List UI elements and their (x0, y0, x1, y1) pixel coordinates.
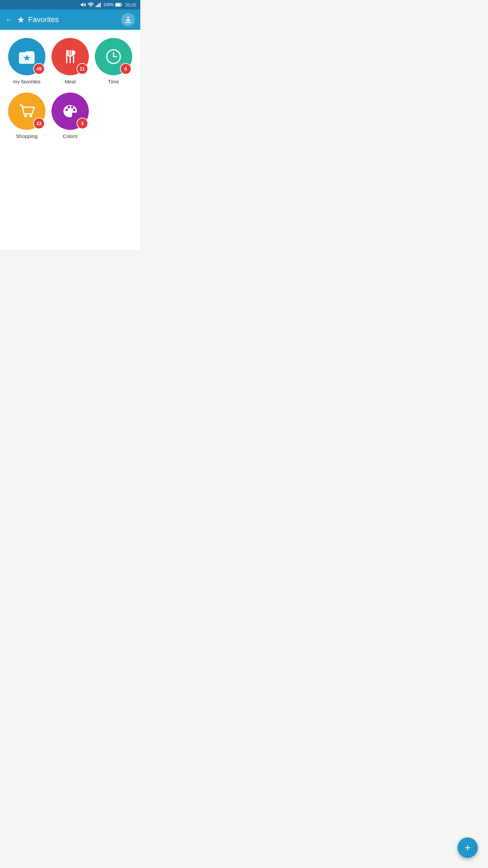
category-badge: 3 (77, 118, 88, 129)
svg-rect-9 (116, 4, 121, 6)
svg-point-27 (71, 106, 74, 108)
category-label: my favorites (13, 79, 41, 84)
svg-point-28 (73, 109, 76, 111)
svg-rect-10 (121, 4, 122, 5)
category-circle-wrap: 49 (8, 38, 45, 75)
category-circle-wrap: 3 (52, 93, 89, 130)
category-label: Shopping (16, 133, 37, 139)
svg-rect-6 (98, 4, 99, 7)
svg-rect-7 (100, 3, 101, 7)
category-colors[interactable]: 3Colors (50, 93, 90, 139)
svg-point-26 (68, 106, 70, 108)
wifi-icon (88, 2, 94, 7)
category-badge: 49 (33, 63, 45, 75)
download-icon (124, 16, 132, 23)
battery-percent: 100% (103, 2, 114, 7)
category-time[interactable]: 6Time (94, 38, 134, 84)
download-button[interactable] (121, 13, 135, 26)
category-shopping[interactable]: 22Shopping (7, 93, 47, 139)
page-title: Favorites (28, 15, 121, 24)
svg-point-3 (90, 6, 91, 7)
category-meal[interactable]: 11Meal (50, 38, 90, 84)
category-circle-wrap: 11 (52, 38, 89, 75)
mute-icon (81, 2, 86, 7)
svg-rect-4 (96, 6, 97, 7)
svg-rect-5 (97, 5, 98, 7)
favorites-star-icon: ★ (17, 15, 25, 25)
status-icons: 100% 20:20 (81, 2, 136, 7)
category-circle-wrap: 6 (95, 38, 132, 75)
svg-point-25 (66, 109, 68, 111)
status-time: 20:20 (125, 2, 136, 7)
category-circle-wrap: 22 (8, 93, 45, 130)
category-label: Time (108, 79, 119, 84)
back-button[interactable]: ← (5, 15, 13, 24)
main-content: 49my favorites 11Meal 6Time 22Shopping (0, 30, 140, 250)
category-badge: 6 (120, 63, 131, 75)
svg-point-18 (72, 51, 76, 55)
category-badge: 11 (77, 63, 88, 75)
signal-icon (96, 2, 102, 7)
svg-marker-0 (81, 3, 83, 7)
app-bar: ← ★ Favorites (0, 9, 140, 30)
category-label: Colors (63, 133, 77, 139)
svg-point-23 (24, 115, 27, 117)
category-grid: 49my favorites 11Meal 6Time 22Shopping (7, 38, 134, 139)
category-label: Meal (65, 79, 76, 84)
battery-icon (115, 3, 122, 7)
status-bar: 100% 20:20 (0, 0, 140, 9)
category-badge: 22 (33, 118, 45, 129)
category-my-favorites[interactable]: 49my favorites (7, 38, 47, 84)
svg-point-24 (29, 115, 32, 117)
